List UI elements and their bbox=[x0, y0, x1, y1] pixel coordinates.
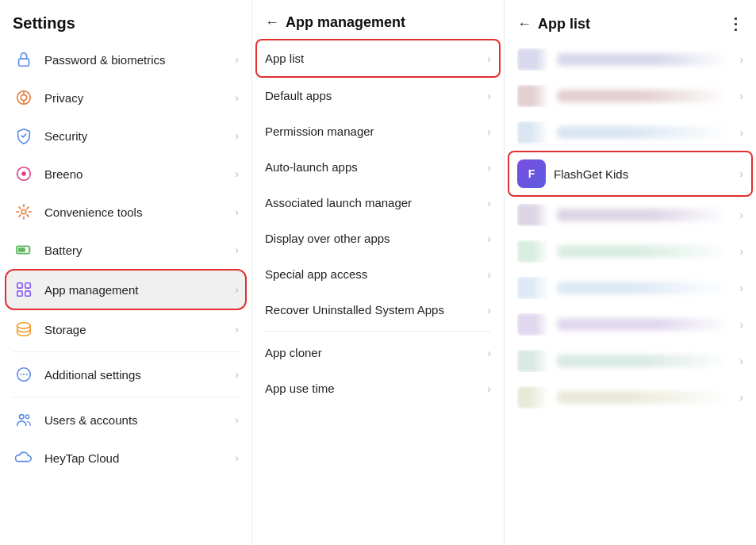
sidebar-item-additional[interactable]: Additional settings › bbox=[0, 355, 251, 393]
chevron-icon: › bbox=[739, 209, 743, 221]
mid-item-recover-label: Recover Uninstalled System Apps bbox=[265, 303, 487, 317]
chevron-icon: › bbox=[739, 391, 743, 404]
sidebar-item-privacy-label: Privacy bbox=[44, 91, 235, 105]
svg-point-20 bbox=[25, 415, 29, 419]
mid-item-permission-label: Permission manager bbox=[265, 125, 487, 138]
sidebar-item-password[interactable]: Password & biometrics › bbox=[0, 40, 251, 79]
app-icon-placeholder bbox=[517, 240, 549, 263]
mid-item-special-access[interactable]: Special app access › bbox=[252, 256, 504, 292]
app-item-flashget[interactable]: F FlashGet Kids › bbox=[509, 152, 751, 195]
mid-item-app-cloner-label: App cloner bbox=[265, 346, 487, 359]
app-item-2[interactable]: › bbox=[505, 114, 756, 151]
storage-icon bbox=[13, 318, 35, 340]
sidebar-item-security-label: Security bbox=[44, 129, 235, 143]
svg-point-2 bbox=[21, 94, 26, 100]
chevron-icon: › bbox=[235, 413, 239, 426]
mid-item-default-apps-label: Default apps bbox=[265, 89, 487, 102]
app-icon-placeholder bbox=[517, 204, 549, 226]
chevron-icon: › bbox=[487, 161, 491, 174]
app-list-title: App list bbox=[538, 16, 590, 33]
app-item-7[interactable]: › bbox=[505, 306, 756, 343]
sidebar-item-users[interactable]: Users & accounts › bbox=[0, 401, 251, 439]
chevron-icon: › bbox=[235, 283, 239, 296]
app-item-6[interactable]: › bbox=[505, 270, 756, 306]
mid-item-app-list-label: App list bbox=[265, 52, 487, 65]
svg-rect-0 bbox=[19, 59, 29, 66]
sidebar-item-storage-label: Storage bbox=[44, 323, 235, 336]
app-icon-placeholder bbox=[517, 85, 549, 107]
chevron-icon: › bbox=[487, 304, 491, 317]
mid-item-display-over-label: Display over other apps bbox=[265, 232, 487, 245]
chevron-icon: › bbox=[487, 197, 491, 209]
sidebar-item-convenience-label: Convenience tools bbox=[44, 205, 235, 219]
sidebar-item-users-label: Users & accounts bbox=[44, 413, 235, 427]
lock-icon bbox=[13, 48, 35, 71]
chevron-icon: › bbox=[739, 53, 743, 66]
mid-item-app-list[interactable]: App list › bbox=[257, 40, 499, 76]
chevron-icon: › bbox=[487, 232, 491, 245]
svg-rect-9 bbox=[18, 248, 25, 252]
mid-item-auto-launch[interactable]: Auto-launch apps › bbox=[252, 149, 504, 185]
more-options-icon[interactable]: ⋮ bbox=[727, 14, 743, 33]
svg-point-17 bbox=[23, 374, 25, 375]
svg-rect-11 bbox=[25, 283, 30, 288]
mid-item-permission-manager[interactable]: Permission manager › bbox=[252, 113, 504, 149]
app-icon-placeholder bbox=[517, 386, 549, 409]
app-list-panel: ← App list ⋮ › › › F FlashG bbox=[505, 0, 756, 545]
chevron-icon: › bbox=[235, 451, 239, 464]
chevron-icon: › bbox=[739, 90, 743, 102]
sidebar-item-storage[interactable]: Storage › bbox=[0, 310, 251, 348]
sidebar-item-security[interactable]: Security › bbox=[0, 117, 251, 155]
app-management-title: App management bbox=[286, 14, 405, 31]
sidebar-item-app-management[interactable]: App management › bbox=[6, 271, 245, 309]
chevron-icon: › bbox=[487, 382, 491, 395]
sidebar-item-convenience[interactable]: Convenience tools › bbox=[0, 193, 251, 231]
sidebar-item-heytap[interactable]: HeyTap Cloud › bbox=[0, 439, 251, 477]
chevron-icon: › bbox=[235, 323, 239, 336]
svg-point-16 bbox=[20, 374, 21, 375]
app-icon-placeholder bbox=[517, 350, 549, 372]
sidebar-item-privacy[interactable]: Privacy › bbox=[0, 79, 251, 117]
mid-item-display-over[interactable]: Display over other apps › bbox=[252, 221, 504, 256]
app-item-5[interactable]: › bbox=[505, 233, 756, 270]
breeno-icon bbox=[13, 163, 35, 185]
privacy-icon bbox=[13, 86, 35, 109]
mid-item-special-access-label: Special app access bbox=[265, 267, 487, 281]
app-icon-placeholder bbox=[517, 313, 549, 336]
chevron-icon: › bbox=[235, 91, 239, 104]
sidebar-item-app-management-label: App management bbox=[44, 283, 235, 297]
mid-item-recover[interactable]: Recover Uninstalled System Apps › bbox=[252, 292, 504, 328]
chevron-icon: › bbox=[235, 53, 239, 66]
svg-point-6 bbox=[21, 171, 26, 176]
mid-item-associated-launch[interactable]: Associated launch manager › bbox=[252, 185, 504, 221]
battery-icon bbox=[13, 239, 35, 261]
app-item-9[interactable]: › bbox=[505, 379, 756, 416]
flashget-icon: F bbox=[517, 159, 546, 188]
settings-title: Settings bbox=[0, 0, 251, 40]
divider bbox=[13, 397, 239, 397]
chevron-icon: › bbox=[487, 268, 491, 281]
app-item-1[interactable]: › bbox=[505, 78, 756, 114]
app-item-8[interactable]: › bbox=[505, 343, 756, 379]
chevron-icon: › bbox=[739, 167, 743, 180]
chevron-icon: › bbox=[487, 90, 491, 102]
svg-rect-13 bbox=[25, 291, 30, 296]
sidebar-item-breeno[interactable]: Breeno › bbox=[0, 155, 251, 193]
app-flashget-label: FlashGet Kids bbox=[554, 167, 735, 181]
app-list-header: ← App list ⋮ bbox=[505, 0, 756, 41]
mid-item-default-apps[interactable]: Default apps › bbox=[252, 78, 504, 113]
mid-item-app-cloner[interactable]: App cloner › bbox=[252, 335, 504, 370]
svg-rect-10 bbox=[17, 283, 22, 288]
app-list-back-button[interactable]: ← bbox=[517, 16, 532, 33]
chevron-icon: › bbox=[235, 167, 239, 180]
chevron-icon: › bbox=[487, 52, 491, 65]
chevron-icon: › bbox=[739, 126, 743, 139]
app-item-4[interactable]: › bbox=[505, 197, 756, 233]
app-item-0[interactable]: › bbox=[505, 41, 756, 78]
back-button[interactable]: ← bbox=[265, 14, 279, 31]
sidebar-item-breeno-label: Breeno bbox=[44, 167, 235, 181]
mid-item-app-use-time[interactable]: App use time › bbox=[252, 370, 504, 406]
chevron-icon: › bbox=[739, 355, 743, 367]
sidebar-item-battery[interactable]: Battery › bbox=[0, 231, 251, 269]
app-icon-placeholder bbox=[517, 277, 549, 299]
